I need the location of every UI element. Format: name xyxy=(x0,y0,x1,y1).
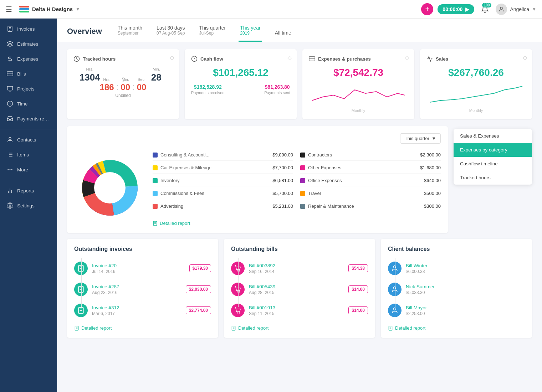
svg-point-63 xyxy=(239,313,240,313)
svg-point-69 xyxy=(394,308,396,310)
brand-chevron[interactable]: ▼ xyxy=(76,7,80,12)
sidebar-item-bills[interactable]: Bills xyxy=(0,66,57,81)
detailed-report-link[interactable]: Detailed report xyxy=(153,221,441,226)
sidebar-item-more[interactable]: More xyxy=(0,162,57,177)
sidebar-item-contacts[interactable]: Contacts xyxy=(0,132,57,147)
user-menu[interactable]: Angelica ▼ xyxy=(496,4,536,15)
pin-icon[interactable]: ◇ xyxy=(170,54,174,61)
hamburger-icon[interactable]: ☰ xyxy=(6,5,12,14)
expense-item-other: Other Expenses $1,680.00 xyxy=(300,162,441,174)
bills-detailed-text: Detailed report xyxy=(238,325,269,331)
sidebar-item-invoices[interactable]: Invoices xyxy=(0,21,57,36)
inventory-name: Inventory xyxy=(160,178,270,183)
time-icon xyxy=(6,100,14,107)
notifications-button[interactable]: 100 xyxy=(479,3,491,16)
detailed-link-text: Detailed report xyxy=(160,221,190,226)
clients-card-title: Client balances xyxy=(388,246,525,252)
tab-this-month[interactable]: This month September xyxy=(116,25,144,42)
client-balance-bill-winter: $6,000.33 xyxy=(406,269,525,274)
repair-name: Repair & Maintenance xyxy=(308,203,421,209)
tab-this-quarter[interactable]: This quarter Jul-Sep xyxy=(198,25,227,42)
svg-point-60 xyxy=(237,292,238,292)
invoice-name-287[interactable]: Invoice #287 xyxy=(92,284,181,289)
client-name-bill-mayor[interactable]: Bill Mayor xyxy=(406,305,525,310)
timer-play-icon[interactable]: ▶ xyxy=(465,6,469,12)
pin-icon[interactable]: ◇ xyxy=(287,54,292,61)
tab-quarter-label: This quarter xyxy=(199,25,226,31)
pin-icon[interactable]: ◇ xyxy=(405,54,409,61)
commissions-name: Commissions & Fees xyxy=(160,191,270,196)
menu-expenses-category[interactable]: Expenses by category xyxy=(454,143,532,157)
pin-icon[interactable]: ◇ xyxy=(523,54,527,61)
sidebar-item-settings[interactable]: Settings xyxy=(0,198,57,213)
bills-detailed-link[interactable]: Detailed report xyxy=(231,325,368,331)
consulting-amount: $9,090.00 xyxy=(272,152,293,158)
contractors-color xyxy=(300,153,305,158)
brand-logo xyxy=(19,6,29,13)
client-item-bill-winter: Bill Winter $6,000.33 xyxy=(388,258,525,279)
tab-this-year[interactable]: This year 2019 xyxy=(239,25,262,42)
client-balance-bill-mayor: $2,253.00 xyxy=(406,311,525,316)
sidebar-item-estimates-label: Estimates xyxy=(17,41,38,47)
tab-all-time[interactable]: All time xyxy=(273,30,293,42)
tab-last-30-sub: 07 Aug-05 Sep xyxy=(157,31,185,36)
user-chevron: ▼ xyxy=(532,7,536,12)
add-button[interactable]: + xyxy=(421,3,433,15)
car-name: Car Expenses & Mileage xyxy=(160,165,270,170)
client-info-bill-mayor: Bill Mayor $2,253.00 xyxy=(406,305,525,316)
sidebar-item-projects[interactable]: Projects xyxy=(0,81,57,96)
invoice-name-312[interactable]: Invoice #312 xyxy=(92,305,181,310)
invoice-date-312: Mar 6, 2017 xyxy=(92,311,181,316)
svg-point-21 xyxy=(12,169,12,170)
invoice-name-20[interactable]: Invoice #20 xyxy=(92,263,185,268)
quarter-select[interactable]: This quarter ▼ xyxy=(400,133,441,144)
svg-point-62 xyxy=(237,313,238,313)
sidebar: Invoices Estimates Expenses Bills Projec… xyxy=(0,19,57,392)
invoice-badge-312: $2,774.00 xyxy=(186,306,211,314)
sidebar-item-items-label: Items xyxy=(17,152,29,158)
tab-last-30-days[interactable]: Last 30 days 07 Aug-05 Sep xyxy=(155,25,186,42)
menu-sales-expenses[interactable]: Sales & Expenses xyxy=(454,129,532,143)
brand[interactable]: Delta H Designs ▼ xyxy=(19,6,80,13)
svg-point-12 xyxy=(9,137,11,139)
bill-name-005439[interactable]: Bill #005439 xyxy=(249,284,344,289)
sales-chart xyxy=(426,83,526,104)
bill-date-001913: Sep 11, 2015 xyxy=(249,311,344,316)
bills-card-title: Outstanding bills xyxy=(231,246,368,252)
invoice-date-287: Aug 23, 2016 xyxy=(92,290,181,295)
clients-detailed-link[interactable]: Detailed report xyxy=(388,325,525,331)
invoices-detailed-link[interactable]: Detailed report xyxy=(74,325,211,331)
sent-amount: $81,263.80 xyxy=(264,84,290,90)
client-name-nick-summer[interactable]: Nick Summer xyxy=(406,284,525,289)
svg-point-20 xyxy=(10,169,10,170)
sub-hrs: 186 xyxy=(100,82,114,92)
client-name-bill-winter[interactable]: Bill Winter xyxy=(406,263,525,268)
tab-all-time-label: All time xyxy=(275,30,291,36)
invoice-item-287: Invoice #287 Aug 23, 2016 $2,030.00 xyxy=(74,279,211,300)
tab-quarter-sub: Jul-Sep xyxy=(199,31,226,36)
sidebar-item-payments[interactable]: Payments rece... xyxy=(0,111,57,126)
received-label: Payments received xyxy=(191,91,225,95)
bill-name-003892[interactable]: Bill #003892 xyxy=(249,263,344,268)
min-label: Min. xyxy=(140,67,173,71)
timer-button[interactable]: 00:00:00 ▶ xyxy=(438,4,474,14)
clients-detailed-text: Detailed report xyxy=(395,325,425,331)
menu-cashflow[interactable]: Cashflow timeline xyxy=(454,157,532,171)
bills-icon xyxy=(6,70,14,77)
sidebar-item-reports[interactable]: Reports xyxy=(0,183,57,198)
page-title: Overview xyxy=(67,27,102,42)
sidebar-item-items[interactable]: Items xyxy=(0,147,57,162)
bill-info-001913: Bill #001913 Sep 11, 2015 xyxy=(249,305,344,316)
sidebar-item-expenses[interactable]: Expenses xyxy=(0,51,57,66)
brand-name: Delta H Designs xyxy=(32,6,73,12)
user-avatar xyxy=(496,4,507,15)
estimates-icon xyxy=(6,40,14,47)
sidebar-item-time[interactable]: Time xyxy=(0,96,57,111)
bill-name-001913[interactable]: Bill #001913 xyxy=(249,305,344,310)
menu-tracked-hours[interactable]: Tracked hours xyxy=(454,171,532,185)
cashflow-received: $182,528.92 Payments received xyxy=(191,84,225,95)
sidebar-item-estimates[interactable]: Estimates xyxy=(0,36,57,51)
topnav: ☰ Delta H Designs ▼ + 00:00:00 ▶ 100 Ang… xyxy=(0,0,542,19)
bill-badge-001913: $14.00 xyxy=(348,306,368,314)
sidebar-item-settings-label: Settings xyxy=(17,203,35,208)
